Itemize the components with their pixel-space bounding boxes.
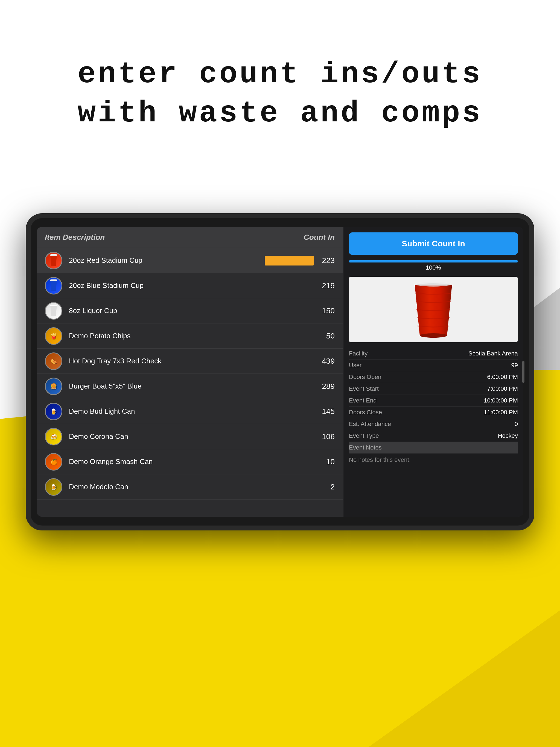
- item-icon-hotdog: 🌭: [45, 353, 62, 370]
- event-notes-content: No notes for this event.: [349, 454, 518, 466]
- table-header: Item Description Count In: [36, 227, 343, 248]
- item-icon-blue-cup: [45, 277, 62, 294]
- table-row[interactable]: 20oz Red Stadium Cup 223: [36, 248, 343, 273]
- item-icon-corona: 🍻: [45, 428, 62, 445]
- doors-open-value: 6:00:00 PM: [487, 374, 518, 381]
- table-row[interactable]: 🍺 Demo Modelo Can 2: [36, 474, 343, 499]
- item-name: Demo Orange Smash Can: [69, 458, 326, 466]
- product-image-container: [349, 277, 518, 342]
- submit-count-in-button[interactable]: Submit Count In: [349, 232, 518, 255]
- item-icon-bud: 🍺: [45, 403, 62, 420]
- event-start-row: Event Start 7:00:00 PM: [349, 383, 518, 395]
- progress-bar-background: [349, 260, 518, 262]
- est-attendance-value: 0: [515, 420, 518, 428]
- item-name: Burger Boat 5"x5" Blue: [69, 382, 322, 390]
- svg-rect-5: [50, 305, 57, 306]
- table-row[interactable]: 🍟 Demo Potato Chips 50: [36, 324, 343, 349]
- est-attendance-row: Est. Attendance 0: [349, 418, 518, 430]
- svg-marker-2: [50, 280, 57, 291]
- item-count: 439: [322, 357, 335, 366]
- event-notes-header-row: Event Notes: [349, 442, 518, 454]
- table-row[interactable]: 🌭 Hot Dog Tray 7x3 Red Check 439: [36, 349, 343, 374]
- item-count: 10: [326, 458, 335, 466]
- facility-row: Facility Scotia Bank Arena: [349, 348, 518, 360]
- count-bar-area: 223: [265, 256, 335, 265]
- item-name: Demo Potato Chips: [69, 332, 326, 340]
- tablet-device: Item Description Count In 20oz Red Stadi…: [26, 213, 534, 531]
- item-icon-chips: 🍟: [45, 327, 62, 345]
- item-name: Demo Corona Can: [69, 432, 322, 441]
- event-end-value: 10:00:00 PM: [484, 397, 518, 404]
- count-progress-bar: [265, 256, 314, 265]
- svg-marker-4: [50, 305, 57, 316]
- user-value: 99: [511, 362, 518, 369]
- item-icon-white-cup: [45, 302, 62, 319]
- doors-close-value: 11:00:00 PM: [484, 409, 518, 416]
- facility-value: Scotia Bank Arena: [468, 350, 518, 357]
- item-icon-burger: 🍔: [45, 378, 62, 395]
- inventory-list-panel: Item Description Count In 20oz Red Stadi…: [36, 227, 343, 517]
- detail-panel: Submit Count In 100%: [343, 227, 524, 517]
- event-end-row: Event End 10:00:00 PM: [349, 395, 518, 407]
- item-count: 219: [322, 281, 335, 290]
- item-count: 106: [322, 432, 335, 441]
- item-name: Demo Bud Light Can: [69, 407, 322, 416]
- user-row: User 99: [349, 360, 518, 371]
- item-name: 8oz Liquor Cup: [69, 307, 322, 315]
- progress-section: 100%: [349, 260, 518, 271]
- svg-rect-1: [50, 254, 57, 256]
- event-type-label: Event Type: [349, 432, 379, 439]
- item-count: 50: [326, 332, 335, 340]
- item-icon-red-cup: [45, 252, 62, 269]
- item-icon-modelo: 🍺: [45, 478, 62, 496]
- svg-marker-0: [50, 255, 57, 266]
- home-button[interactable]: [522, 361, 525, 383]
- doors-close-label: Doors Close: [349, 409, 382, 416]
- est-attendance-label: Est. Attendance: [349, 420, 391, 428]
- item-count: 289: [322, 382, 335, 391]
- event-type-row: Event Type Hockey: [349, 430, 518, 442]
- facility-label: Facility: [349, 350, 367, 357]
- svg-rect-3: [50, 279, 57, 281]
- event-end-label: Event End: [349, 397, 377, 404]
- doors-open-row: Doors Open 6:00:00 PM: [349, 371, 518, 383]
- table-row[interactable]: 🍻 Demo Corona Can 106: [36, 424, 343, 449]
- table-row[interactable]: 20oz Blue Stadium Cup 219: [36, 273, 343, 298]
- tablet-screen: Item Description Count In 20oz Red Stadi…: [36, 227, 524, 517]
- table-body: 20oz Red Stadium Cup 223 20oz Blue St: [36, 248, 343, 517]
- item-name: Hot Dog Tray 7x3 Red Check: [69, 357, 322, 365]
- item-name: 20oz Blue Stadium Cup: [69, 281, 322, 290]
- table-row[interactable]: 🍺 Demo Bud Light Can 145: [36, 399, 343, 424]
- item-name: Demo Modelo Can: [69, 483, 330, 491]
- item-name: 20oz Red Stadium Cup: [69, 256, 265, 265]
- event-start-value: 7:00:00 PM: [487, 385, 518, 392]
- doors-close-row: Doors Close 11:00:00 PM: [349, 407, 518, 418]
- svg-point-8: [420, 333, 447, 338]
- header-title: enter count ins/outs with waste and comp…: [0, 55, 560, 133]
- item-count: 223: [318, 256, 335, 265]
- col-count-header: Count In: [304, 233, 335, 242]
- progress-text: 100%: [349, 264, 518, 271]
- item-count: 150: [322, 307, 335, 315]
- table-row[interactable]: 8oz Liquor Cup 150: [36, 298, 343, 324]
- event-details-section: Facility Scotia Bank Arena User 99 Doors…: [343, 345, 524, 517]
- item-count: 145: [322, 407, 335, 416]
- col-item-header: Item Description: [45, 233, 105, 242]
- item-count: 2: [330, 483, 335, 491]
- user-label: User: [349, 362, 361, 369]
- red-cup-image: [411, 279, 455, 340]
- item-icon-orange: 🍊: [45, 453, 62, 470]
- event-notes-label: Event Notes: [349, 444, 382, 451]
- event-type-value: Hockey: [498, 432, 518, 439]
- header-section: enter count ins/outs with waste and comp…: [0, 55, 560, 133]
- progress-bar-fill: [349, 260, 518, 262]
- table-row[interactable]: 🍊 Demo Orange Smash Can 10: [36, 449, 343, 474]
- table-row[interactable]: 🍔 Burger Boat 5"x5" Blue 289: [36, 374, 343, 399]
- event-notes-text: No notes for this event.: [349, 456, 411, 463]
- doors-open-label: Doors Open: [349, 374, 381, 381]
- event-start-label: Event Start: [349, 385, 379, 392]
